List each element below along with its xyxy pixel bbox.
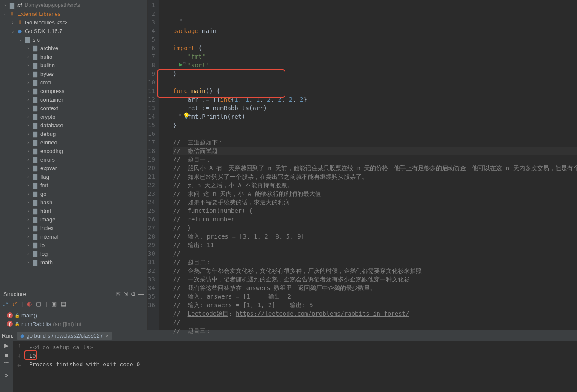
tree-folder-embed[interactable]: ›▇embed (0, 138, 147, 147)
project-tree[interactable]: › ▇ sf D:\mysetup\gopath\src\sf ⌄ ⫴ Exte… (0, 0, 147, 289)
code-line[interactable]: // (173, 318, 577, 326)
chevron-right-icon[interactable]: › (25, 166, 32, 171)
code-line[interactable]: // 输入: prices = [3, 1, 2, 8, 5, 9] (173, 232, 577, 241)
chevron-right-icon[interactable]: › (25, 149, 32, 153)
code-line[interactable]: // } (173, 224, 577, 232)
chevron-right-icon[interactable]: › (25, 157, 32, 162)
stop-icon[interactable]: ■ (5, 352, 8, 359)
tree-folder-go[interactable]: ›▇go (0, 189, 147, 198)
chevron-right-icon[interactable]: › (25, 97, 32, 102)
code-line[interactable] (173, 129, 577, 138)
chevron-right-icon[interactable]: › (25, 192, 32, 196)
tree-folder-encoding[interactable]: ›▇encoding (0, 147, 147, 155)
code-line[interactable]: fmt.Println(ret) (173, 112, 577, 121)
toggle4-icon[interactable]: ▤ (61, 301, 66, 307)
minimize-icon[interactable]: — (138, 291, 144, 297)
code-line[interactable]: package main (173, 27, 577, 35)
tree-folder-cmd[interactable]: ›▇cmd (0, 78, 147, 87)
code-line[interactable]: // 到 n 天之后，小 A 不能再持有股票。 (173, 181, 577, 189)
tree-folder-hash[interactable]: ›▇hash (0, 198, 147, 206)
tree-folder-io[interactable]: ›▇io (0, 241, 147, 249)
code-line[interactable]: // 如果不需要手续费的话，求最大的利润 (173, 198, 577, 206)
chevron-right-icon[interactable]: › (25, 63, 32, 68)
code-line[interactable]: arr := []int{1, 1, 1, 2, 2, 2, 2} (173, 95, 577, 104)
code-line[interactable]: // 题目一： (173, 155, 577, 164)
tree-external-libraries[interactable]: ⌄ ⫴ External Libraries (0, 9, 147, 18)
tree-folder-database[interactable]: ›▇database (0, 121, 147, 129)
up-icon[interactable]: ↑ (18, 342, 21, 349)
chevron-right-icon[interactable]: › (9, 20, 16, 25)
code-line[interactable] (173, 35, 577, 44)
chevron-right-icon[interactable]: › (25, 132, 32, 136)
code-line[interactable]: // 微信面试题 (173, 147, 577, 155)
code-line[interactable]: func main() { (173, 87, 577, 95)
chevron-right-icon[interactable]: › (25, 260, 32, 265)
code-line[interactable]: "sort" (173, 61, 577, 69)
code-line[interactable]: import ( (173, 44, 577, 52)
code-line[interactable]: // 我们将这些回答放在 answers 数组里，返回鹅厂中企鹅的最少数量。 (173, 284, 577, 292)
toggle3-icon[interactable]: ▣ (51, 301, 57, 307)
chevron-right-icon[interactable]: › (25, 200, 32, 205)
structure-item[interactable]: f🔒main() (0, 311, 147, 320)
chevron-right-icon[interactable]: › (25, 217, 32, 222)
chevron-right-icon[interactable]: › (25, 80, 32, 85)
tree-folder-expvar[interactable]: ›▇expvar (0, 164, 147, 172)
chevron-right-icon[interactable]: › (25, 226, 32, 230)
code-line[interactable]: // return number (173, 215, 577, 224)
chevron-down-icon[interactable]: ⌄ (2, 12, 9, 16)
toggle2-icon[interactable]: ▢ (36, 301, 41, 307)
play-icon[interactable]: ▶ (4, 342, 9, 349)
tree-folder-bufio[interactable]: ›▇bufio (0, 52, 147, 61)
tree-folder-html[interactable]: ›▇html (0, 206, 147, 215)
tree-folder-math[interactable]: ›▇math (0, 258, 147, 266)
down-icon[interactable]: ↓ (18, 352, 21, 359)
code-line[interactable]: ret := numRabbits(arr) (173, 104, 577, 112)
code-line[interactable]: // 题目二： (173, 258, 577, 266)
chevron-right-icon[interactable]: › (25, 89, 32, 93)
sort-az-icon[interactable]: ↓ᴬ (3, 301, 8, 307)
chevron-right-icon[interactable]: › (2, 3, 9, 8)
chevron-right-icon[interactable]: › (25, 106, 32, 111)
chevron-right-icon[interactable]: › (25, 54, 32, 59)
chevron-right-icon[interactable]: › (25, 46, 32, 51)
chevron-down-icon[interactable]: ⌄ (17, 37, 24, 42)
tree-src[interactable]: ⌄ ▇ src (0, 35, 147, 44)
tree-folder-compress[interactable]: ›▇compress (0, 87, 147, 95)
code-line[interactable]: // 如果已经购买了一个股票，在卖出它之前就不能再继续购买股票了。 (173, 172, 577, 181)
gear-icon[interactable]: ⚙ (131, 291, 136, 297)
code-line[interactable]: } (173, 121, 577, 129)
tree-folder-internal[interactable]: ›▇internal (0, 232, 147, 241)
code-line[interactable]: ) (173, 69, 577, 78)
code-line[interactable]: // 输入: answers = [1] 输出: 2 (173, 292, 577, 301)
chevron-right-icon[interactable]: › (25, 243, 32, 248)
code-line[interactable]: // 一次采访中，记者随机遇到的企鹅，企鹅会告诉记者还有多少企鹅跟他穿一种文化衫 (173, 275, 577, 284)
collapse-icon[interactable]: ⇲ (123, 291, 128, 297)
chevron-right-icon[interactable]: › (25, 251, 32, 256)
tree-folder-debug[interactable]: ›▇debug (0, 129, 147, 138)
tree-folder-bytes[interactable]: ›▇bytes (0, 69, 147, 78)
chevron-right-icon[interactable]: › (25, 114, 32, 119)
wrap-icon[interactable]: ↩ (17, 362, 22, 368)
more-icon[interactable]: » (5, 372, 8, 378)
code-line[interactable]: // Leetcode题目: https://leetcode.com/prob… (173, 309, 577, 318)
tree-folder-container[interactable]: ›▇container (0, 95, 147, 104)
code-text-area[interactable]: package mainimport ( "fmt" "sort")func m… (159, 0, 577, 330)
code-line[interactable]: // 求问 这 n 天内，小 A 能够获得的利润的最大值 (173, 189, 577, 198)
code-line[interactable]: "fmt" (173, 52, 577, 61)
console-output[interactable]: ▸<4 go setup calls>10Process finished wi… (26, 341, 577, 392)
close-icon[interactable]: × (105, 332, 109, 339)
chevron-down-icon[interactable]: ⌄ (9, 29, 16, 33)
tree-folder-context[interactable]: ›▇context (0, 104, 147, 112)
chevron-right-icon[interactable]: › (25, 123, 32, 128)
code-line[interactable]: // 三道题如下： (173, 138, 577, 147)
code-line[interactable] (173, 78, 577, 87)
expand-icon[interactable]: ⇱ (116, 291, 121, 297)
toggle1-icon[interactable]: ◐ (27, 301, 32, 307)
chevron-right-icon[interactable]: › (25, 234, 32, 239)
code-line[interactable]: // (173, 249, 577, 258)
sort-za-icon[interactable]: ↓ᶻ (12, 301, 18, 307)
code-line[interactable]: // 输入: answers = [1, 1, 2] 输出: 5 (173, 301, 577, 309)
tree-folder-crypto[interactable]: ›▇crypto (0, 112, 147, 121)
tree-root[interactable]: › ▇ sf D:\mysetup\gopath\src\sf (0, 1, 147, 9)
code-line[interactable]: // 企鹅厂每年都会发文化衫，文化衫有很多种，厂庆的时候，企鹅们都需要穿文化衫来… (173, 266, 577, 275)
